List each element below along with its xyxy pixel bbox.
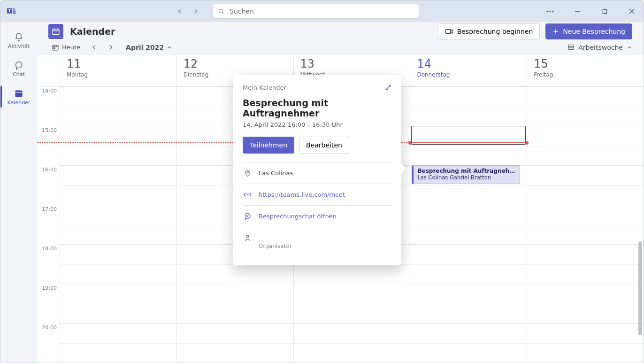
prev-period-button[interactable]	[87, 41, 100, 54]
svg-point-6	[549, 10, 551, 12]
day-number: 13	[300, 58, 404, 70]
time-gutter-cell: 20:00	[37, 323, 60, 363]
view-selector[interactable]: Arbeitswoche	[567, 44, 632, 51]
expand-icon[interactable]	[384, 84, 392, 91]
new-meeting-button[interactable]: Neue Besprechung	[545, 23, 632, 39]
svg-rect-28	[568, 45, 574, 50]
button-label: Neue Besprechung	[563, 28, 625, 35]
day-number: 14	[417, 58, 520, 70]
vertical-scrollbar[interactable]	[638, 241, 642, 335]
today-label: Heute	[62, 44, 80, 51]
rail-item-label: Chat	[13, 71, 25, 77]
period-label: April 2022	[126, 44, 164, 51]
rail-item-chat[interactable]: Chat	[0, 55, 37, 82]
time-gutter-cell: 17:00	[37, 205, 60, 244]
day-header-cell[interactable]: 14Donnerstag	[410, 54, 527, 86]
chevron-down-icon	[627, 45, 632, 50]
bell-icon	[14, 32, 24, 42]
popup-datetime: 14. April 2022 16:00 – 16:30 Uhr	[243, 121, 392, 128]
rail-item-label: Aktivität	[8, 43, 30, 49]
new-event-slot[interactable]	[411, 126, 526, 145]
rail-item-calendar[interactable]: Kalender	[0, 83, 37, 110]
time-gutter-cell: 16:00	[37, 165, 60, 205]
popup-link-row[interactable]: https://teams.live.com/meet	[243, 184, 392, 205]
back-button[interactable]	[173, 5, 186, 18]
day-column[interactable]	[527, 86, 644, 363]
calendar-toolbar: Heute April 2022 Arbeitswoche	[37, 41, 644, 54]
day-name: Freitag	[534, 71, 637, 78]
day-header-cell[interactable]: 15Freitag	[527, 54, 644, 86]
history-nav	[173, 5, 202, 18]
today-button[interactable]: Heute	[48, 41, 84, 54]
time-gutter-cell: 15:00	[37, 126, 60, 165]
rail-item-activity[interactable]: Aktivität	[0, 27, 37, 54]
chevron-down-icon	[167, 45, 172, 50]
svg-text:T: T	[8, 8, 11, 13]
svg-rect-22	[445, 29, 451, 33]
window-maximize-button[interactable]	[598, 4, 612, 18]
main-area: Kalender Besprechung beginnen Neue Bespr…	[37, 22, 644, 363]
day-number: 12	[184, 58, 287, 70]
day-name: Montag	[67, 71, 170, 78]
svg-rect-9	[603, 9, 606, 13]
window-close-button[interactable]	[625, 4, 639, 18]
day-header-cell[interactable]: 11Montag	[60, 54, 176, 86]
day-column[interactable]	[60, 86, 176, 363]
svg-rect-27	[54, 47, 55, 49]
link-icon	[243, 191, 252, 199]
popup-calendar-name: Mein Kalender	[243, 84, 286, 91]
calendar-event[interactable]: Besprechung mit AuftragnehmerLas Colinas…	[412, 165, 520, 184]
page-header: Kalender Besprechung beginnen Neue Bespr…	[37, 22, 644, 41]
more-options-button[interactable]	[543, 4, 557, 18]
svg-point-2	[13, 8, 15, 10]
rail-item-label: Kalender	[8, 100, 31, 106]
popup-organizer-row: Organisator	[243, 227, 392, 256]
meet-now-button[interactable]: Besprechung beginnen	[438, 23, 540, 39]
today-icon	[52, 44, 59, 51]
person-icon	[243, 234, 252, 242]
svg-line-31	[386, 85, 390, 89]
search-input[interactable]	[229, 7, 414, 15]
time-gutter: 14:0015:0016:0017:0018:0019:0020:00	[37, 86, 60, 363]
day-name: Donnerstag	[417, 71, 520, 78]
search-box[interactable]	[213, 4, 419, 19]
list-icon	[567, 44, 575, 51]
app-rail: Aktivität Chat Kalender	[0, 22, 37, 363]
svg-point-12	[15, 62, 22, 68]
svg-point-33	[245, 213, 250, 218]
event-subtitle: Las Colinas Gabriel Bratton	[417, 174, 516, 181]
popup-open-chat-row[interactable]: Besprechungschat öffnen	[243, 205, 392, 227]
view-label: Arbeitswoche	[578, 44, 623, 51]
video-icon	[445, 28, 453, 35]
svg-rect-18	[53, 29, 59, 35]
page-title: Kalender	[70, 26, 115, 37]
event-details-card: Mein Kalender Besprechung mit Auftragneh…	[233, 75, 401, 265]
join-button[interactable]: Teilnehmen	[243, 137, 294, 154]
title-bar: T	[0, 0, 644, 22]
time-gutter-cell: 19:00	[37, 284, 60, 323]
day-column[interactable]: Besprechung mit AuftragnehmerLas Colinas…	[410, 86, 527, 363]
popup-location: Las Colinas	[259, 170, 293, 177]
chat-link-icon	[243, 212, 252, 220]
forward-button[interactable]	[189, 5, 202, 18]
next-period-button[interactable]	[104, 41, 117, 54]
svg-point-36	[246, 235, 249, 238]
svg-point-7	[552, 10, 553, 12]
svg-line-4	[222, 12, 224, 14]
day-number: 15	[534, 58, 637, 70]
popup-meeting-link: https://teams.live.com/meet	[259, 191, 345, 198]
search-icon	[218, 8, 225, 15]
edit-button[interactable]: Bearbeiten	[299, 137, 349, 154]
chat-icon	[14, 60, 24, 70]
popup-location-row: Las Colinas	[243, 162, 392, 184]
period-selector[interactable]: April 2022	[126, 44, 172, 51]
window-minimize-button[interactable]	[570, 4, 584, 18]
time-gutter-cell: 18:00	[37, 244, 60, 284]
popup-open-chat: Besprechungschat öffnen	[259, 213, 337, 220]
time-gutter-cell: 14:00	[37, 86, 60, 126]
button-label: Besprechung beginnen	[457, 28, 533, 35]
calendar-icon	[14, 88, 24, 99]
day-number: 11	[67, 58, 170, 70]
popup-title: Besprechung mit Auftragnehmer	[243, 98, 392, 118]
popup-organizer-caption: Organisator	[259, 243, 292, 249]
